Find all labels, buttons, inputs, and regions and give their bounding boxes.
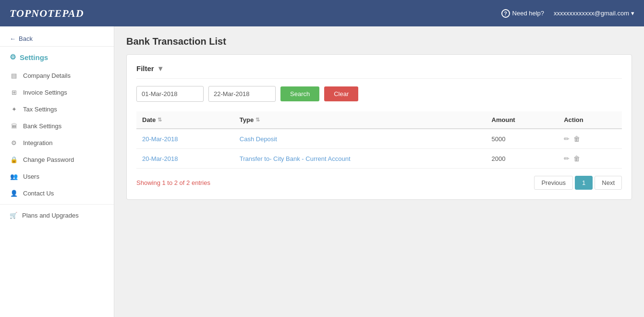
- chevron-down-icon: ▾: [631, 10, 634, 17]
- col-header-type: Type ⇅: [234, 111, 486, 129]
- table-row: 20-Mar-2018 Cash Deposit 5000 ✏ 🗑: [136, 129, 622, 149]
- lock-icon: 🔒: [10, 156, 18, 163]
- sidebar: ← Back ⚙ Settings ▤ Company Details ⊞ In…: [0, 26, 114, 317]
- filter-label: Filter: [136, 64, 154, 73]
- sort-icon-date[interactable]: ⇅: [158, 117, 162, 123]
- back-button[interactable]: ← Back: [0, 31, 114, 47]
- table-footer: Showing 1 to 2 of 2 entries Previous 1 N…: [136, 176, 622, 190]
- back-label: Back: [19, 35, 33, 42]
- sidebar-item-label: Invoice Settings: [23, 89, 67, 96]
- cart-icon: 🛒: [10, 212, 17, 219]
- cell-amount: 2000: [486, 149, 559, 169]
- edit-icon[interactable]: ✏: [564, 135, 570, 143]
- cell-date: 20-Mar-2018: [136, 129, 234, 149]
- settings-label: Settings: [20, 53, 48, 61]
- sidebar-item-plans[interactable]: 🛒 Plans and Upgrades: [0, 207, 114, 224]
- delete-icon[interactable]: 🗑: [573, 135, 580, 143]
- transactions-table: Date ⇅ Type ⇅ Amount: [136, 111, 622, 169]
- users-icon: 👥: [10, 173, 18, 180]
- user-email-dropdown[interactable]: xxxxxxxxxxxxx@gmail.com ▾: [554, 10, 634, 17]
- search-button[interactable]: Search: [280, 86, 319, 101]
- edit-icon[interactable]: ✏: [564, 155, 570, 162]
- sidebar-item-tax-settings[interactable]: ✦ Tax Settings: [0, 101, 114, 118]
- filter-row: Search Clear: [136, 86, 622, 102]
- file-icon: ▤: [10, 72, 18, 79]
- cell-type: Cash Deposit: [234, 129, 486, 149]
- showing-range: 1 to 2 of 2: [162, 179, 190, 186]
- main-content: Bank Transaction List Filter ▼ Search Cl…: [114, 26, 644, 317]
- contact-icon: 👤: [10, 190, 18, 197]
- settings-gear-icon: ⚙: [10, 53, 16, 61]
- layout: ← Back ⚙ Settings ▤ Company Details ⊞ In…: [0, 26, 644, 317]
- sidebar-item-label: Users: [23, 173, 39, 180]
- cell-amount: 5000: [486, 129, 559, 149]
- previous-button[interactable]: Previous: [534, 176, 573, 190]
- sidebar-item-label: Tax Settings: [23, 106, 57, 113]
- delete-icon[interactable]: 🗑: [573, 155, 580, 162]
- plans-label: Plans and Upgrades: [22, 212, 79, 219]
- app-logo: TopNotepad: [10, 7, 84, 20]
- showing-prefix: Showing: [136, 179, 162, 186]
- sidebar-item-company-details[interactable]: ▤ Company Details: [0, 67, 114, 84]
- next-button[interactable]: Next: [595, 176, 622, 190]
- showing-suffix: entries: [190, 179, 210, 186]
- page-title: Bank Transaction List: [126, 36, 632, 47]
- bank-icon: 🏛: [10, 122, 18, 130]
- col-header-amount: Amount: [486, 111, 559, 129]
- sort-icon-type[interactable]: ⇅: [255, 117, 260, 123]
- user-email-text: xxxxxxxxxxxxx@gmail.com: [554, 10, 629, 17]
- sidebar-item-invoice-settings[interactable]: ⊞ Invoice Settings: [0, 84, 114, 101]
- settings-header: ⚙ Settings: [0, 49, 114, 67]
- showing-text: Showing 1 to 2 of 2 entries: [136, 179, 210, 186]
- filter-header: Filter ▼: [136, 64, 622, 79]
- table-header-row: Date ⇅ Type ⇅ Amount: [136, 111, 622, 129]
- need-help[interactable]: ? Need help?: [501, 9, 545, 18]
- sidebar-item-label: Integration: [23, 139, 52, 146]
- sidebar-item-contact-us[interactable]: 👤 Contact Us: [0, 185, 114, 202]
- need-help-label: Need help?: [512, 10, 545, 17]
- sidebar-item-label: Bank Settings: [23, 122, 61, 130]
- to-date-input[interactable]: [208, 86, 276, 102]
- col-header-date: Date ⇅: [136, 111, 234, 129]
- sidebar-item-label: Contact Us: [23, 190, 54, 197]
- cog-icon: ✦: [10, 106, 18, 113]
- grid-icon: ⊞: [10, 89, 18, 96]
- sidebar-item-integration[interactable]: ⚙ Integration: [0, 134, 114, 151]
- cell-date: 20-Mar-2018: [136, 149, 234, 169]
- from-date-input[interactable]: [136, 86, 204, 102]
- help-icon: ?: [501, 9, 510, 18]
- header: TopNotepad ? Need help? xxxxxxxxxxxxx@gm…: [0, 0, 644, 26]
- table-row: 20-Mar-2018 Transfer to- City Bank - Cur…: [136, 149, 622, 169]
- sidebar-item-label: Company Details: [23, 72, 71, 79]
- pagination: Previous 1 Next: [534, 176, 622, 190]
- cell-type: Transfer to- City Bank - Current Account: [234, 149, 486, 169]
- sidebar-item-bank-settings[interactable]: 🏛 Bank Settings: [0, 118, 114, 134]
- back-arrow-icon: ←: [10, 35, 16, 42]
- content-card: Filter ▼ Search Clear Date ⇅: [126, 54, 632, 200]
- header-right: ? Need help? xxxxxxxxxxxxx@gmail.com ▾: [501, 9, 634, 18]
- col-header-action: Action: [558, 111, 622, 129]
- cell-action: ✏ 🗑: [558, 129, 622, 149]
- page-1-button[interactable]: 1: [575, 176, 593, 190]
- sidebar-item-label: Change Password: [23, 156, 74, 163]
- clear-button[interactable]: Clear: [324, 86, 358, 101]
- filter-icon: ▼: [157, 64, 164, 73]
- sidebar-item-change-password[interactable]: 🔒 Change Password: [0, 151, 114, 168]
- cell-action: ✏ 🗑: [558, 149, 622, 169]
- sidebar-item-users[interactable]: 👥 Users: [0, 168, 114, 185]
- integration-icon: ⚙: [10, 139, 18, 146]
- sidebar-divider: [0, 204, 114, 205]
